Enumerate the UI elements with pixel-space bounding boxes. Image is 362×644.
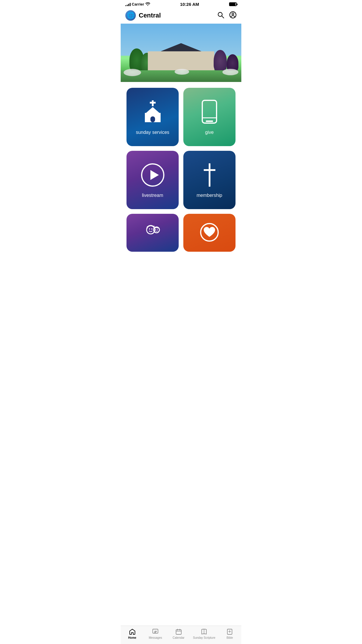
svg-rect-8 bbox=[150, 116, 155, 122]
signal-bar-3 bbox=[128, 4, 129, 6]
give-label: give bbox=[205, 130, 214, 135]
battery-fill bbox=[230, 3, 236, 6]
membership-card[interactable]: membership bbox=[183, 151, 236, 209]
grid-row-1: sunday services give bbox=[126, 88, 236, 146]
profile-icon[interactable] bbox=[229, 11, 237, 20]
signal-bar-4 bbox=[130, 3, 131, 6]
battery-icon bbox=[229, 2, 237, 6]
app-header: 🌐 Central bbox=[121, 8, 241, 24]
svg-line-1 bbox=[222, 16, 224, 18]
svg-point-22 bbox=[157, 229, 158, 230]
main-grid: sunday services give livestre bbox=[121, 82, 241, 209]
phone-icon bbox=[200, 99, 219, 125]
carrier-label: Carrier bbox=[132, 2, 144, 6]
app-logo: 🌐 bbox=[125, 10, 136, 21]
kids-card[interactable] bbox=[126, 214, 179, 252]
heart-icon bbox=[198, 223, 220, 243]
svg-point-17 bbox=[149, 228, 150, 230]
header-actions bbox=[217, 11, 237, 20]
partial-row bbox=[121, 209, 241, 252]
membership-label: membership bbox=[196, 193, 222, 198]
kids-icon bbox=[145, 224, 160, 242]
grid-row-2: livestream membership bbox=[126, 151, 236, 209]
tree-3 bbox=[214, 50, 227, 72]
livestream-label: livestream bbox=[142, 193, 163, 198]
sunday-services-card[interactable]: sunday services bbox=[126, 88, 179, 146]
hero-image bbox=[121, 24, 241, 82]
svg-marker-6 bbox=[145, 107, 160, 113]
church-icon bbox=[140, 99, 166, 125]
signal-bar-1 bbox=[125, 5, 126, 6]
svg-point-3 bbox=[232, 13, 234, 15]
give-card[interactable]: give bbox=[183, 88, 236, 146]
svg-point-21 bbox=[155, 229, 156, 230]
svg-point-19 bbox=[153, 226, 154, 227]
status-time: 10:26 AM bbox=[180, 2, 199, 7]
signal-bars bbox=[125, 3, 131, 6]
status-left: Carrier bbox=[125, 2, 150, 7]
svg-rect-10 bbox=[206, 120, 213, 122]
svg-point-18 bbox=[151, 228, 152, 230]
cross-icon bbox=[201, 162, 218, 188]
svg-marker-13 bbox=[150, 170, 159, 180]
app-title: Central bbox=[139, 12, 217, 19]
search-icon[interactable] bbox=[217, 11, 224, 20]
roof bbox=[161, 43, 201, 51]
bottom-spacer bbox=[121, 252, 241, 281]
logo-emoji: 🌐 bbox=[127, 12, 135, 19]
signal-bar-2 bbox=[127, 5, 128, 6]
sunday-scripture-card-partial[interactable] bbox=[183, 214, 236, 252]
svg-rect-14 bbox=[209, 163, 210, 187]
flowers bbox=[121, 69, 241, 76]
wifi-icon bbox=[145, 2, 150, 7]
svg-rect-15 bbox=[204, 169, 215, 171]
sunday-services-label: sunday services bbox=[136, 130, 169, 135]
status-right bbox=[229, 2, 237, 6]
play-icon bbox=[140, 162, 166, 188]
svg-rect-5 bbox=[150, 102, 156, 104]
status-bar: Carrier 10:26 AM bbox=[121, 0, 241, 8]
livestream-card[interactable]: livestream bbox=[126, 151, 179, 209]
svg-rect-9 bbox=[202, 100, 217, 123]
